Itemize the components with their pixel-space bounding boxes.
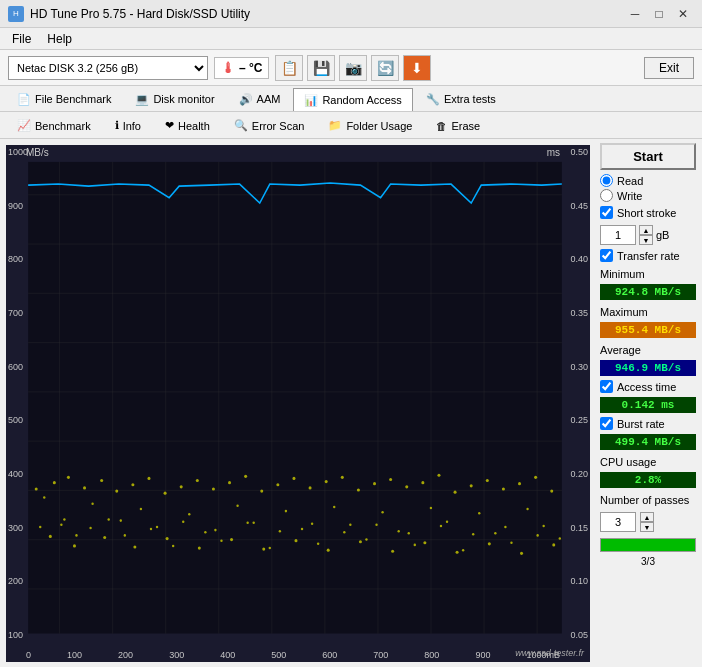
svg-point-52 bbox=[437, 474, 440, 477]
svg-point-97 bbox=[488, 542, 491, 545]
svg-point-39 bbox=[333, 506, 335, 509]
svg-point-13 bbox=[124, 534, 126, 537]
stroke-up-button[interactable]: ▲ bbox=[639, 225, 653, 235]
svg-point-71 bbox=[73, 544, 76, 547]
random-access-icon: 📊 bbox=[304, 94, 318, 107]
svg-point-36 bbox=[309, 486, 312, 489]
minimize-button[interactable]: ─ bbox=[624, 3, 646, 25]
svg-point-60 bbox=[502, 487, 505, 490]
tab-benchmark[interactable]: 📈 Benchmark bbox=[6, 112, 102, 138]
svg-point-19 bbox=[172, 545, 174, 548]
tab-aam[interactable]: 🔊 AAM bbox=[228, 86, 292, 111]
tab-random-access[interactable]: 📊 Random Access bbox=[293, 88, 412, 111]
svg-point-85 bbox=[294, 539, 297, 542]
tab-error-scan-label: Error Scan bbox=[252, 120, 305, 132]
cpu-usage-label: CPU usage bbox=[600, 456, 696, 468]
svg-point-44 bbox=[373, 482, 376, 485]
tab-erase[interactable]: 🗑 Erase bbox=[425, 112, 491, 138]
start-button[interactable]: Start bbox=[600, 143, 696, 170]
tab-disk-monitor[interactable]: 💻 Disk monitor bbox=[124, 86, 225, 111]
tab-erase-label: Erase bbox=[451, 120, 480, 132]
tab-extra-tests[interactable]: 🔧 Extra tests bbox=[415, 86, 507, 111]
svg-point-50 bbox=[421, 481, 424, 484]
svg-point-6 bbox=[67, 476, 70, 479]
average-label: Average bbox=[600, 344, 696, 356]
svg-point-53 bbox=[446, 520, 448, 523]
short-stroke-checkbox[interactable] bbox=[600, 206, 613, 219]
svg-point-84 bbox=[279, 530, 281, 533]
temperature-display: 🌡 – °C bbox=[214, 57, 269, 79]
svg-point-66 bbox=[550, 489, 553, 492]
folder-usage-icon: 📁 bbox=[328, 119, 342, 132]
tab-aam-label: AAM bbox=[257, 93, 281, 105]
svg-point-40 bbox=[341, 476, 344, 479]
toolbar-icon-5[interactable]: ⬇ bbox=[403, 55, 431, 81]
svg-point-62 bbox=[518, 482, 521, 485]
svg-point-31 bbox=[269, 547, 271, 550]
svg-point-91 bbox=[391, 550, 394, 553]
read-radio-row[interactable]: Read bbox=[600, 174, 696, 187]
maximize-button[interactable]: □ bbox=[648, 3, 670, 25]
svg-point-8 bbox=[83, 486, 86, 489]
tab-folder-usage[interactable]: 📁 Folder Usage bbox=[317, 112, 423, 138]
toolbar-icon-4[interactable]: 🔄 bbox=[371, 55, 399, 81]
burst-rate-row[interactable]: Burst rate bbox=[600, 417, 696, 430]
temperature-value: – °C bbox=[239, 61, 262, 75]
svg-point-86 bbox=[311, 523, 313, 526]
tab-benchmark-label: Benchmark bbox=[35, 120, 91, 132]
exit-button[interactable]: Exit bbox=[644, 57, 694, 79]
read-label: Read bbox=[617, 175, 643, 187]
main-area: MB/s ms 1000 900 800 700 600 500 400 300… bbox=[0, 139, 702, 667]
svg-point-101 bbox=[552, 543, 555, 546]
svg-point-76 bbox=[150, 528, 152, 531]
tab-error-scan[interactable]: 🔍 Error Scan bbox=[223, 112, 316, 138]
svg-point-47 bbox=[397, 530, 399, 533]
svg-point-33 bbox=[285, 510, 287, 513]
passes-up-button[interactable]: ▲ bbox=[640, 512, 654, 522]
menu-bar: File Help bbox=[0, 28, 702, 50]
write-radio[interactable] bbox=[600, 189, 613, 202]
svg-point-16 bbox=[147, 477, 150, 480]
transfer-rate-row[interactable]: Transfer rate bbox=[600, 249, 696, 262]
svg-point-34 bbox=[292, 477, 295, 480]
svg-point-4 bbox=[53, 481, 56, 484]
access-time-checkbox[interactable] bbox=[600, 380, 613, 393]
svg-point-43 bbox=[365, 538, 367, 541]
write-radio-row[interactable]: Write bbox=[600, 189, 696, 202]
menu-file[interactable]: File bbox=[4, 30, 39, 48]
stroke-value-row: ▲ ▼ gB bbox=[600, 225, 696, 245]
burst-rate-checkbox[interactable] bbox=[600, 417, 613, 430]
passes-input[interactable] bbox=[600, 512, 636, 532]
svg-point-69 bbox=[49, 535, 52, 538]
stroke-down-button[interactable]: ▼ bbox=[639, 235, 653, 245]
short-stroke-row[interactable]: Short stroke bbox=[600, 206, 696, 219]
tab-health[interactable]: ❤ Health bbox=[154, 112, 221, 138]
passes-down-button[interactable]: ▼ bbox=[640, 522, 654, 532]
disk-selector[interactable]: Netac DISK 3.2 (256 gB) bbox=[8, 56, 208, 80]
close-button[interactable]: ✕ bbox=[672, 3, 694, 25]
transfer-rate-checkbox[interactable] bbox=[600, 249, 613, 262]
svg-point-57 bbox=[478, 512, 480, 515]
svg-point-87 bbox=[327, 549, 330, 552]
svg-point-65 bbox=[542, 525, 544, 528]
menu-help[interactable]: Help bbox=[39, 30, 80, 48]
svg-point-92 bbox=[408, 532, 410, 535]
toolbar-icon-2[interactable]: 💾 bbox=[307, 55, 335, 81]
minimum-value: 924.8 MB/s bbox=[600, 284, 696, 300]
read-radio[interactable] bbox=[600, 174, 613, 187]
tab-info[interactable]: ℹ Info bbox=[104, 112, 152, 138]
toolbar-icon-1[interactable]: 📋 bbox=[275, 55, 303, 81]
tab-folder-usage-label: Folder Usage bbox=[346, 120, 412, 132]
tab-file-benchmark[interactable]: 📄 File Benchmark bbox=[6, 86, 122, 111]
toolbar-icon-3[interactable]: 📷 bbox=[339, 55, 367, 81]
svg-point-42 bbox=[357, 488, 360, 491]
error-scan-icon: 🔍 bbox=[234, 119, 248, 132]
maximum-value: 955.4 MB/s bbox=[600, 322, 696, 338]
svg-point-89 bbox=[359, 540, 362, 543]
svg-point-3 bbox=[43, 496, 45, 499]
short-stroke-input[interactable] bbox=[600, 225, 636, 245]
svg-point-10 bbox=[100, 479, 103, 482]
app-icon: H bbox=[8, 6, 24, 22]
burst-rate-value: 499.4 MB/s bbox=[600, 434, 696, 450]
access-time-row[interactable]: Access time bbox=[600, 380, 696, 393]
